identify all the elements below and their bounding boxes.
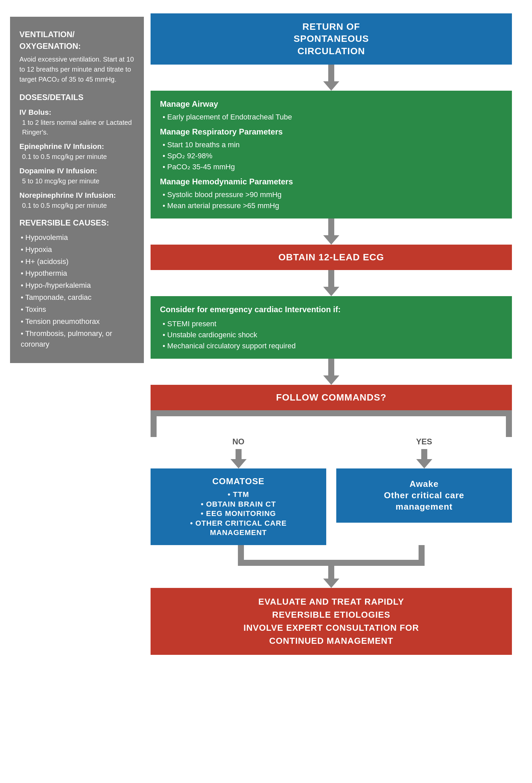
epi-value: 0.1 to 0.5 mcg/kg per minute [22,152,134,162]
no-arrow-shaft [236,449,242,459]
gb1-b1: • Early placement of Endotracheal Tube [163,112,503,122]
doses-title: DOSES/DETAILS [20,92,134,103]
reversible-title: REVERSIBLE CAUSES: [20,217,134,229]
yes-arrow-head [416,459,432,468]
gb1-b2c: • PaCO₂ 35-45 mmHg [163,161,503,172]
conv-arrow-head [323,578,339,588]
epi-label: Epinephrine IV Infusion: [20,141,134,152]
arrow-4 [151,359,512,385]
arrow-shaft [328,219,334,235]
green-box-2: Consider for emergency cardiac Intervent… [151,296,512,359]
conv-h-line [238,560,425,566]
reversible-item: • Hypo-/hyperkalemia [20,280,134,291]
conv-center-shaft [328,566,334,578]
conv-arrow-head-wrap [151,578,512,588]
gb1-title3: Manage Hemodynamic Parameters [160,176,503,188]
branch-left-shaft [151,410,157,437]
reversible-item: • Thrombosis, pulmonary, or coronary [20,328,134,350]
reversible-item: • Hypothermia [20,268,134,279]
yes-label: YES [416,437,432,446]
arrow-head [323,235,339,245]
final-red-box: EVALUATE AND TREAT RAPIDLYREVERSIBLE ETI… [151,588,512,655]
ventilation-body: Avoid excessive ventilation. Start at 10… [20,54,134,84]
no-arrow-head [230,459,247,468]
yes-arrow-shaft [421,449,427,459]
green-box-1: Manage Airway • Early placement of Endot… [151,91,512,219]
branch-area [151,410,512,437]
red-box-2: FOLLOW COMMANDS? [151,385,512,410]
gb1-title2: Manage Respiratory Parameters [160,126,503,138]
iv-bolus-label: IV Bolus: [20,107,134,118]
top-box: RETURN OFSPONTANEOUSCIRCULATION [151,13,512,65]
arrow-head [323,287,339,296]
branch-right-shaft [506,410,512,437]
comatose-b1: • TTM [161,490,316,500]
reversible-item: • Toxins [20,304,134,315]
awake-box: AwakeOther critical caremanagement [336,468,512,522]
reversible-item: • Hypoxia [20,244,134,255]
dopamine-label: Dopamine IV Infusion: [20,166,134,176]
arrow-shaft [328,270,334,287]
main-flow: RETURN OFSPONTANEOUSCIRCULATION Manage A… [144,13,519,770]
arrow-head [323,375,339,385]
arrow-shaft [328,65,334,81]
gb1-title1: Manage Airway [160,98,503,110]
comatose-b2: • Obtain brain CT [161,500,316,509]
norepi-value: 0.1 to 0.5 mcg/kg per minute [22,201,134,211]
arrow-3 [151,270,512,296]
reversible-item: • Tension pneumothorax [20,316,134,327]
gb2-b1: • STEMI present [163,318,503,329]
comatose-b3: • EEG monitoring [161,509,316,519]
gb1-b3b: • Mean arterial pressure >65 mmHg [163,200,503,211]
col-no: NO Comatose • TTM • Obtain brain CT • EE… [151,437,326,545]
gb1-b2b: • SpO₂ 92-98% [163,150,503,161]
dopamine-value: 5 to 10 mcg/kg per minute [22,176,134,186]
norepi-label: Norepinephrine IV Infusion: [20,190,134,201]
arrow-2 [151,219,512,245]
arrow-1 [151,65,512,91]
reversible-item: • Tamponade, cardiac [20,292,134,303]
arrow-shaft [328,359,334,375]
ventilation-title: VENTILATION/ OXYGENATION: [20,29,134,52]
gb2-title1: Consider for emergency cardiac Intervent… [160,304,503,316]
gb2-b3: • Mechanical circulatory support require… [163,340,503,351]
gb1-b3a: • Systolic blood pressure >90 mmHg [163,189,503,200]
sidebar: VENTILATION/ OXYGENATION: Avoid excessiv… [10,17,144,363]
page-wrapper: VENTILATION/ OXYGENATION: Avoid excessiv… [0,0,532,783]
branch-h-line [151,410,512,416]
split-row: NO Comatose • TTM • Obtain brain CT • EE… [151,437,512,545]
red-box-1: OBTAIN 12-LEAD ECG [151,245,512,270]
reversible-list: • Hypovolemia• Hypoxia• H+ (acidosis)• H… [20,232,134,350]
gb2-b2: • Unstable cardiogenic shock [163,329,503,340]
iv-bolus-value: 1 to 2 liters normal saline or Lactated … [22,118,134,137]
col-yes: YES AwakeOther critical caremanagement [336,437,512,522]
reversible-item: • Hypovolemia [20,232,134,243]
no-label: NO [232,437,245,446]
gb1-b2a: • Start 10 breaths a min [163,139,503,150]
comatose-b4: • Other critical care management [161,519,316,538]
arrow-head [323,81,339,91]
reversible-item: • H+ (acidosis) [20,256,134,267]
converge-area [151,545,512,578]
comatose-title: Comatose [161,476,316,487]
comatose-box: Comatose • TTM • Obtain brain CT • EEG m… [151,468,326,545]
